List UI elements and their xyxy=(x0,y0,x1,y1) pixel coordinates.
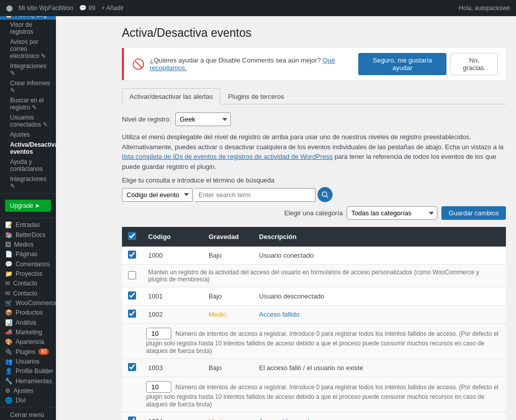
sidebar-sub-ajustes[interactable]: Ajustes xyxy=(0,130,56,140)
add-new-button[interactable]: + Añadir xyxy=(101,5,123,12)
sidebar-item-profile-builder[interactable]: 👤 Profile Builder xyxy=(0,367,56,376)
row-severity: Bajo xyxy=(203,359,253,377)
table-header-row: Código Gravedad Descripción xyxy=(122,227,506,247)
profile-builder-icon: 👤 xyxy=(5,368,13,375)
plugins-icon: 🔌 xyxy=(5,348,13,355)
paginas-icon: 📄 xyxy=(5,251,13,258)
usuarios-icon: 👥 xyxy=(5,358,13,365)
sidebar-item-productos[interactable]: 📦 Productos xyxy=(0,308,56,318)
nivel-select[interactable]: Geek Basic Informational Custom xyxy=(175,112,231,126)
search-type-select[interactable]: Código del evento xyxy=(122,188,192,202)
sidebar-sub-visor[interactable]: Visor de registros xyxy=(0,20,56,37)
number-input[interactable] xyxy=(146,381,171,393)
row-severity: Bajo xyxy=(203,287,253,306)
select-all-checkbox[interactable] xyxy=(128,232,136,240)
herramientas-icon: 🔧 xyxy=(5,378,13,385)
top-bar: ⬤ Mi sitio WpFácilWoo 💬 89 + Añadir Hola… xyxy=(0,0,516,16)
sidebar-item-proyectos[interactable]: 📁 Proyectos xyxy=(0,269,56,278)
nivel-label: Nivel de registro: xyxy=(122,115,171,123)
notice-no-button[interactable]: No, gracias. xyxy=(450,53,498,75)
sidebar-item-betterdocs[interactable]: 📚 BetterDocs xyxy=(0,230,56,239)
sidebar-sub-ayuda[interactable]: Ayuda y contáctanos xyxy=(0,157,56,174)
sidebar-item-divi[interactable]: 🌐 Divi xyxy=(0,396,56,405)
tab-plugins[interactable]: Plugins de terceros xyxy=(220,88,291,104)
sidebar-item-label: Contacto xyxy=(13,290,37,297)
sidebar-item-entradas[interactable]: 📝 Entradas xyxy=(0,220,56,230)
sidebar-sub-activa-desactiva[interactable]: Activa/Desactiva eventos xyxy=(0,140,56,157)
sidebar-item-label: Usuarios xyxy=(16,358,39,365)
search-row: Código del evento xyxy=(122,187,333,202)
sidebar-item-usuarios[interactable]: 👥 Usuarios xyxy=(0,356,56,366)
sidebar-item-paginas[interactable]: 📄 Páginas xyxy=(0,250,56,259)
row-checkbox[interactable] xyxy=(128,416,136,420)
save-button[interactable]: Guardar cambios xyxy=(441,206,506,220)
sidebar-item-marketing[interactable]: 📣 Marketing xyxy=(0,327,56,337)
sidebar-item-herramientas[interactable]: 🔧 Herramientas xyxy=(0,376,56,386)
search-button[interactable] xyxy=(317,187,333,202)
sidebar-item-apariencia[interactable]: 🎨 Apariencia xyxy=(0,337,56,347)
plugins-badge: 80 xyxy=(38,348,49,355)
divi-icon: 🌐 xyxy=(5,397,13,404)
category-select[interactable]: Todas las categorías xyxy=(347,206,437,220)
description-link[interactable]: lista completa de IDs de eventos de regi… xyxy=(122,153,333,160)
wp-logo-icon[interactable]: ⬤ xyxy=(6,5,13,12)
close-menu[interactable]: Cerrar menú xyxy=(0,410,56,420)
row-description-link[interactable]: Acceso fallido xyxy=(259,311,299,318)
analisis-icon: 📊 xyxy=(5,319,13,326)
row-checkbox[interactable] xyxy=(128,310,136,318)
sub-row-description: Manten un registro de la actividad del a… xyxy=(142,265,506,287)
comments-count[interactable]: 💬 89 xyxy=(79,5,95,12)
sidebar-item-ajustes[interactable]: ⚙ Ajustes xyxy=(0,386,56,395)
row-checkbox[interactable] xyxy=(128,251,136,259)
sidebar-sub-avisos[interactable]: Avisos por correo electrónico ✎ xyxy=(0,37,56,61)
svg-line-1 xyxy=(327,196,329,198)
sidebar-item-plugins[interactable]: 🔌 Plugins 80 xyxy=(0,347,56,356)
row-description: Acceso fallido xyxy=(253,306,506,324)
topbar-right: Hola, autopackswe xyxy=(459,5,510,12)
row-code: 1000 xyxy=(142,247,203,265)
tab-activar[interactable]: Activar/desactivar las alertas xyxy=(122,88,220,104)
table-row: 1000BajoUsuario conectado xyxy=(122,247,506,265)
sidebar-item-medios[interactable]: 🖼 Medios xyxy=(0,239,56,249)
sidebar-item-contacto[interactable]: ✉ Contacto xyxy=(0,279,56,288)
sidebar-item-label: Entradas xyxy=(16,221,40,228)
sub-row-checkbox[interactable] xyxy=(128,271,136,279)
sidebar-item-label: Productos xyxy=(16,309,43,316)
sidebar-sub-integraciones[interactable]: Integraciones ✎ xyxy=(0,61,56,78)
sidebar-item-woocommerce[interactable]: 🛒 WooCommerce xyxy=(0,298,56,308)
site-name[interactable]: Mi sitio WpFácilWoo xyxy=(19,5,73,12)
row-severity: Medio xyxy=(203,412,253,421)
sidebar-sub-buscar[interactable]: Buscar en el registro ✎ xyxy=(0,95,56,112)
sidebar-item-label: Apariencia xyxy=(16,338,44,345)
table-row: 1003BajoEl acceso falló / el usuario no … xyxy=(122,359,506,377)
upgrade-button[interactable]: Upgrade ➤ xyxy=(5,200,51,212)
sidebar-item-label: Páginas xyxy=(16,251,37,258)
notice-yes-button[interactable]: Seguro, me gustaría ayudar xyxy=(358,53,447,75)
row-severity: Bajo xyxy=(203,247,253,265)
sidebar-item-analisis[interactable]: 📊 Análisis xyxy=(0,318,56,327)
number-input[interactable] xyxy=(146,328,171,339)
sidebar-sub-usuarios-conectados[interactable]: Usuarios conectados ✎ xyxy=(0,112,56,130)
notice-icon: 🚫 xyxy=(132,58,145,70)
search-input[interactable] xyxy=(195,188,315,202)
row-description: Usuario desconectado xyxy=(253,287,506,306)
sidebar-sub-crear-informes[interactable]: Crear informes ✎ xyxy=(0,78,56,95)
content-area: Activa/Desactiva eventos 🚫 ¿Quieres ayud… xyxy=(112,16,516,420)
sidebar-sub-integraciones2[interactable]: Integraciones ✎ xyxy=(0,174,56,191)
sidebar-item-label: Contacto xyxy=(13,280,37,287)
proyectos-icon: 📁 xyxy=(5,270,13,277)
col-severity: Gravedad xyxy=(203,227,253,247)
sidebar-item-contacto2[interactable]: ✉ Contacto xyxy=(0,288,56,298)
main-content: Activa/Desactiva eventos 🚫 ¿Quieres ayud… xyxy=(112,16,516,420)
col-description: Descripción xyxy=(253,227,506,247)
row-description-link[interactable]: Acceso bloqueado xyxy=(259,417,313,420)
notice-banner: 🚫 ¿Quieres ayudar a que Disable Comments… xyxy=(122,48,506,80)
sidebar-item-comentarios[interactable]: 💬 Comentarios xyxy=(0,259,56,269)
controls-bar: Nivel de registro: Geek Basic Informatio… xyxy=(122,112,506,126)
table-sub-row: Manten un registro de la actividad del a… xyxy=(122,265,506,287)
sidebar-item-label: Divi xyxy=(16,397,26,404)
row-checkbox[interactable] xyxy=(128,363,136,371)
row-checkbox[interactable] xyxy=(128,291,136,299)
row-code: 1001 xyxy=(142,287,203,306)
apariencia-icon: 🎨 xyxy=(5,338,13,345)
